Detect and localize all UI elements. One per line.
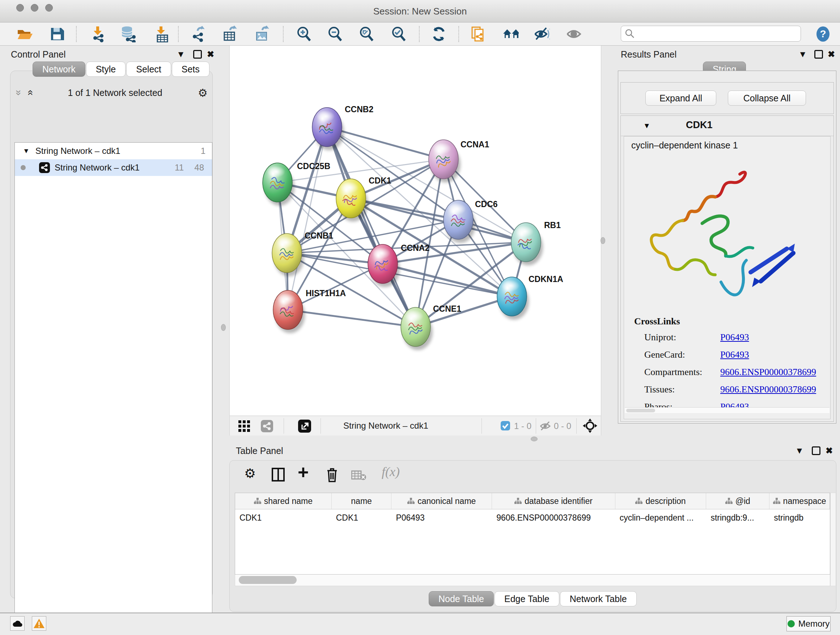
network-node-cdc6[interactable] [444,200,475,243]
network-node-ccna2[interactable] [368,244,400,287]
open-session-icon[interactable] [16,26,33,42]
zoom-in-icon[interactable] [295,26,312,42]
table-cell[interactable]: CDK1 [235,509,332,526]
table-cell[interactable]: stringdb:9... [706,509,769,526]
gene-expander-icon[interactable]: ▼ [643,122,651,130]
show-columns-icon[interactable] [272,468,285,481]
float-panel-icon[interactable]: ▼ [798,50,807,59]
maximize-panel-icon[interactable] [193,50,202,59]
collapse-all-button[interactable]: Collapse All [728,90,806,106]
float-panel-icon[interactable]: ▼ [177,50,185,59]
zoom-fit-icon[interactable] [358,26,375,42]
network-node-ccne1[interactable] [401,307,433,350]
save-session-icon[interactable] [49,26,65,42]
column-header-@id[interactable]: @id [706,493,769,509]
table-cell[interactable]: 9606.ENSP00000378699 [492,509,615,526]
column-header-canonical-name[interactable]: canonical name [392,493,492,509]
collapse-all-networks-icon[interactable]: » [24,90,35,96]
expand-all-button[interactable]: Expand All [645,90,716,106]
help-icon[interactable]: ? [815,26,831,42]
zoom-out-icon[interactable] [327,26,343,42]
collection-expander-icon[interactable]: ▼ [23,147,30,155]
horizontal-splitter-handle[interactable] [531,437,538,441]
network-edge[interactable] [288,264,383,310]
close-panel-icon[interactable]: ✖ [828,50,835,59]
table-cell[interactable]: cyclin–dependent ... [615,509,706,526]
column-header-name[interactable]: name [332,493,392,509]
show-glass-icon[interactable] [565,26,582,42]
close-panel-icon[interactable]: ✖ [826,447,833,455]
memory-button[interactable]: Memory [786,616,831,631]
table-row[interactable]: CDK1CDK1P064939606.ENSP00000378699cyclin… [235,509,830,526]
export-network-icon[interactable] [190,26,207,42]
table-cell[interactable]: stringdb [769,509,830,526]
hide-glass-icon[interactable] [533,26,550,42]
selected-checkbox-icon[interactable] [500,421,510,431]
add-column-icon[interactable]: + [298,461,309,483]
table-gear-icon[interactable]: ⚙ [244,466,256,481]
table-hscroll-track[interactable] [235,575,830,586]
open-in-new-window-icon[interactable] [298,419,311,433]
network-canvas[interactable]: CCNB2CCNA1CDC25BCDK1CDC6RB1CCNB1CCNA2CDK… [229,46,601,416]
copy-paste-icon[interactable] [470,26,486,42]
close-panel-icon[interactable]: ✖ [207,50,214,59]
maximize-panel-icon[interactable] [812,447,821,455]
vertical-splitter-handle[interactable] [221,324,226,331]
crosslink-link[interactable]: 9606.ENSP00000378699 [720,367,816,378]
function-builder-icon: f(x) [382,464,400,479]
network-options-gear-icon[interactable]: ⚙ [198,87,208,99]
tab-sets[interactable]: Sets [172,62,210,77]
network-edge[interactable] [288,310,416,327]
tab-select[interactable]: Select [126,62,171,77]
crosslink-link[interactable]: P06493 [720,332,749,343]
network-node-rb1[interactable] [511,223,543,265]
search-input[interactable] [635,28,794,39]
network-node-hist1h1a[interactable] [273,290,305,333]
search-box[interactable] [621,26,801,42]
table-hscroll-thumb[interactable] [239,576,297,584]
warning-status-button[interactable] [32,616,46,631]
network-node-ccnb2[interactable] [312,108,344,150]
cloud-status-button[interactable] [10,616,25,631]
results-hscroll-thumb[interactable] [626,409,655,412]
network-edge[interactable] [288,127,327,310]
refresh-icon[interactable] [431,26,447,42]
column-header-namespace[interactable]: namespace [769,493,830,509]
crosslink-link[interactable]: 9606.ENSP00000378699 [720,384,816,395]
network-graph[interactable]: CCNB2CCNA1CDC25BCDK1CDC6RB1CCNB1CCNA2CDK… [230,46,601,415]
network-collection-row[interactable]: ▼ String Network – cdk1 1 [15,143,212,159]
birds-eye-view-icon[interactable] [582,418,598,434]
tab-network[interactable]: Network [33,62,85,77]
network-node-cdkn1a[interactable] [497,277,529,320]
network-share-gray-icon[interactable] [261,420,273,432]
network-node-ccnb1[interactable] [272,233,304,276]
string-home-icon[interactable] [502,26,519,42]
tab-network-table[interactable]: Network Table [560,591,637,606]
float-panel-icon[interactable]: ▼ [795,447,804,455]
tab-style[interactable]: Style [86,62,126,77]
network-row-selected[interactable]: String Network – cdk1 11 48 [15,159,212,176]
export-table-icon[interactable] [221,26,238,42]
export-image-icon[interactable] [254,26,270,42]
gene-section-header[interactable]: ▼ CDK1 [621,116,834,136]
table-cell[interactable]: P06493 [392,509,492,526]
column-header-database-identifier[interactable]: database identifier [492,493,615,509]
column-header-shared-name[interactable]: shared name [235,493,332,509]
import-table-icon[interactable] [153,26,170,42]
tab-node-table[interactable]: Node Table [429,591,494,606]
crosslink-link[interactable]: P06493 [720,349,749,360]
table-vscroll-track[interactable] [830,493,836,586]
memory-label: Memory [798,619,830,629]
results-hscroll-track[interactable] [625,407,829,413]
import-network-from-database-icon[interactable] [120,26,136,42]
table-cell[interactable]: CDK1 [332,509,392,526]
maximize-panel-icon[interactable] [814,50,823,59]
grid-view-icon[interactable] [238,420,251,432]
import-network-from-file-icon[interactable] [90,26,106,42]
tab-edge-table[interactable]: Edge Table [494,591,559,606]
expand-all-networks-icon[interactable]: » [13,90,25,96]
delete-column-icon[interactable] [326,467,338,482]
column-header-description[interactable]: description [615,493,706,509]
network-list: ▼ String Network – cdk1 1 String Network… [14,142,212,635]
zoom-selected-icon[interactable] [390,26,407,42]
